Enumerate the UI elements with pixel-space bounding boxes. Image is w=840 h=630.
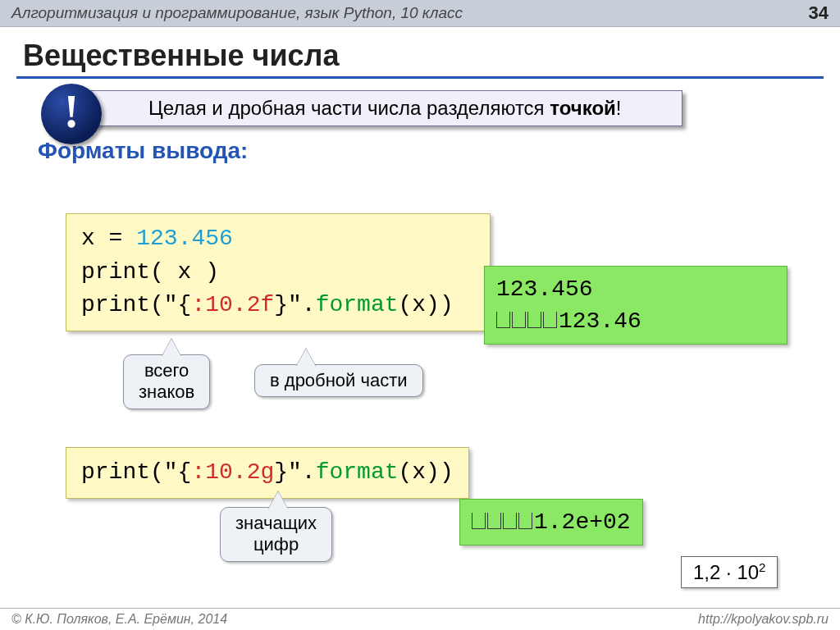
code-func: format (316, 292, 399, 317)
code-text: }". (274, 292, 315, 317)
code-format: :10.2f (191, 292, 274, 317)
code-text: (x)) (399, 292, 454, 317)
code-format: :10.2g (191, 459, 274, 485)
title-underline (16, 76, 824, 79)
code-text: print("{ (81, 459, 191, 485)
page-number: 34 (809, 2, 829, 24)
output-leading-spaces (472, 509, 534, 535)
page-title: Вещественные числа (23, 39, 840, 73)
code-block-2: print("{:10.2g}".format(x)) (66, 447, 469, 499)
output-block-2: 1.2e+02 (459, 499, 643, 546)
sci-sep: · (720, 561, 737, 583)
info-callout: ! Целая и дробная части числа разделяютс… (84, 90, 682, 126)
code-text: (x)) (399, 459, 454, 485)
code-number: 123.456 (136, 226, 233, 251)
exclamation-icon: ! (41, 84, 102, 144)
footer: © К.Ю. Поляков, Е.А. Ерёмин, 2014 http:/… (0, 608, 840, 630)
output-line1: 123.456 (496, 276, 593, 302)
footer-left: © К.Ю. Поляков, Е.А. Ерёмин, 2014 (11, 612, 227, 627)
code-block-1: x = 123.456 print( x ) print("{:10.2f}".… (66, 213, 491, 331)
output-leading-spaces (496, 308, 559, 334)
output-line2: 123.46 (559, 308, 641, 334)
scientific-notation: 1,2 · 102 (681, 556, 778, 588)
annotation-text: всего знаков (139, 360, 194, 402)
annotation-text: в дробной части (270, 370, 408, 390)
callout-post: ! (616, 97, 622, 119)
footer-right: http://kpolyakov.spb.ru (698, 612, 829, 627)
output-block-1: 123.456 123.46 (484, 266, 788, 345)
annotation-fraction: в дробной части (254, 364, 423, 397)
callout-text: Целая и дробная части числа разделяются … (84, 90, 682, 126)
callout-bold: точкой (550, 97, 616, 119)
sci-mantissa: 1,2 (693, 561, 720, 583)
code-text: print( x ) (81, 259, 219, 285)
annotation-text: значащих цифр (235, 513, 317, 555)
subheading: Форматы вывода: (38, 138, 840, 164)
callout-pre: Целая и дробная части числа разделяются (148, 97, 550, 119)
sci-exp: 2 (759, 560, 765, 574)
code-text: print("{ (81, 292, 191, 317)
code-text: }". (274, 459, 315, 485)
output-value: 1.2e+02 (534, 509, 631, 535)
code-func: format (316, 459, 399, 485)
header-bar: Алгоритмизация и программирование, язык … (0, 0, 840, 27)
annotation-sig-digits: значащих цифр (220, 507, 332, 562)
code-text: x = (81, 226, 136, 251)
sci-base: 10 (737, 561, 759, 583)
annotation-total-chars: всего знаков (123, 354, 210, 409)
breadcrumb: Алгоритмизация и программирование, язык … (11, 4, 463, 22)
